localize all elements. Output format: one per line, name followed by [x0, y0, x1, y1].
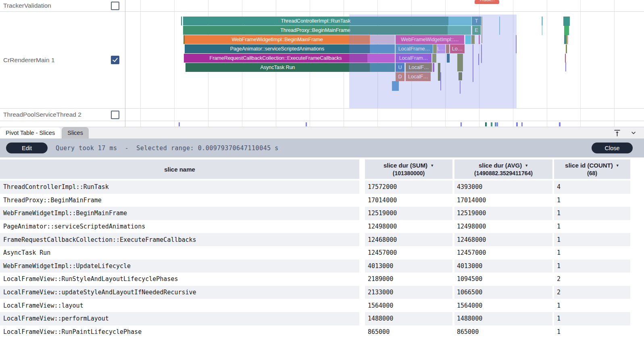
sort-caret-icon[interactable]: ▼ [616, 164, 619, 168]
flame-slice-label: Track... [479, 0, 495, 2]
track-row: ThreadPoolServiceThread 2 [0, 109, 125, 121]
header-aggregate-value: (1490882.3529411764) [474, 170, 533, 176]
area-selection-overlay [349, 15, 517, 108]
mini-slice-tick[interactable] [306, 122, 307, 126]
flame-slice[interactable]: FrameRequestCallbackCollection::ExecuteF… [184, 54, 367, 63]
cell-slice-name: LocalFrameView::RunPaintLifecyclePhase [0, 325, 359, 339]
track-checkbox[interactable] [111, 2, 119, 10]
header-slice-id-count[interactable]: slice id (COUNT) ▼ (68) [554, 159, 630, 179]
mini-slice-tick[interactable] [491, 122, 492, 126]
header-label: slice name [164, 166, 195, 173]
vertical-align-top-icon[interactable] [613, 129, 621, 137]
flame-slice[interactable] [564, 26, 569, 35]
track-checkbox[interactable] [111, 111, 119, 119]
cell-id-count: 1 [554, 194, 630, 207]
flame-slice-label: ThreadControllerImpl::RunTask [281, 18, 351, 24]
flame-slice[interactable] [563, 17, 570, 26]
flame-slice[interactable] [565, 63, 566, 71]
cell-dur-sum: 17014000 [365, 194, 452, 207]
cell-slice-name: WebFrameWidgetImpl::UpdateLifecycle [0, 260, 359, 273]
sort-caret-icon[interactable]: ▼ [525, 164, 528, 168]
perfetto-trace-viewer: Track... ThreadControllerImpl::RunTask T [0, 0, 644, 346]
timeline-panel[interactable]: Track... ThreadControllerImpl::RunTask T [0, 0, 644, 127]
close-button[interactable]: Close [592, 143, 633, 153]
table-row[interactable]: LocalFrameView::updateStyleAndLayoutIfNe… [0, 286, 644, 299]
flame-slice[interactable] [542, 25, 543, 35]
cell-dur-sum: 12468000 [365, 233, 452, 246]
cell-dur-sum: 12498000 [365, 220, 452, 233]
cell-id-count: 1 [554, 260, 630, 273]
flame-slice[interactable]: AsyncTask Run [185, 63, 370, 72]
edit-button[interactable]: Edit [6, 143, 48, 153]
header-slice-dur-sum[interactable]: slice dur (SUM) ▼ (101380000) [365, 159, 452, 179]
table-row[interactable]: LocalFrameView::RunPaintLifecyclePhase 8… [0, 325, 644, 339]
table-row[interactable]: AsyncTask Run 12457000 12457000 1 [0, 246, 644, 260]
header-aggregate-value: (68) [587, 170, 597, 176]
cell-dur-avg: 12457000 [454, 246, 552, 260]
table-row[interactable]: LocalFrameView::performLayout 1488000 14… [0, 312, 644, 325]
flame-slice[interactable] [181, 17, 182, 25]
flame-slice-label: ThreadProxy::BeginMainFrame [280, 27, 350, 33]
cell-id-count: 2 [554, 286, 630, 299]
table-row[interactable]: WebFrameWidgetImpl::UpdateLifecycle 4013… [0, 260, 644, 273]
mini-slice-tick[interactable] [485, 122, 487, 126]
table-row[interactable]: ThreadControllerImpl::RunTask 17572000 4… [0, 180, 644, 194]
cell-id-count: 1 [554, 220, 630, 233]
cell-dur-avg: 17014000 [454, 194, 552, 207]
flame-slice-label: WebFrameWidgetImpl::BeginMainFrame [231, 37, 323, 42]
table-row[interactable]: WebFrameWidgetImpl::BeginMainFrame 12519… [0, 207, 644, 220]
mini-slice-tick[interactable] [521, 122, 523, 126]
pivot-table-header: slice name slice dur (SUM) ▼ (101380000)… [0, 159, 644, 179]
table-row[interactable]: FrameRequestCallbackCollection::ExecuteF… [0, 233, 644, 246]
table-row[interactable]: ThreadProxy::BeginMainFrame 17014000 170… [0, 194, 644, 207]
cell-dur-avg: 4393000 [454, 180, 552, 194]
table-row[interactable]: PageAnimator::serviceScriptedAnimations … [0, 220, 644, 233]
table-row[interactable]: LocalFrameView::layout 1564000 1564000 1 [0, 299, 644, 312]
cell-slice-name: PageAnimator::serviceScriptedAnimations [0, 220, 359, 233]
track-name: ThreadPoolServiceThread 2 [3, 111, 81, 118]
cell-dur-sum: 17572000 [365, 180, 452, 194]
cell-slice-name: LocalFrameView::layout [0, 299, 359, 312]
mini-slice-tick[interactable] [461, 122, 462, 126]
cell-dur-avg: 12468000 [454, 233, 552, 246]
mini-slice-tick[interactable] [497, 122, 498, 126]
sort-caret-icon[interactable]: ▼ [430, 164, 434, 168]
table-row[interactable]: LocalFrameView::RunStyleAndLayoutLifecyc… [0, 273, 644, 286]
cell-slice-name: LocalFrameView::updateStyleAndLayoutIfNe… [0, 286, 359, 299]
flame-slice-label: FrameRequestCallbackCollection::ExecuteF… [210, 55, 342, 61]
mini-slice-tick[interactable] [559, 122, 561, 126]
chevron-down-icon[interactable] [629, 129, 638, 137]
cell-id-count: 1 [554, 207, 630, 220]
header-label: slice dur (AVG) [479, 162, 522, 169]
flame-slice[interactable] [567, 35, 568, 44]
cell-slice-name: ThreadProxy::BeginMainFrame [0, 194, 359, 207]
flame-slice[interactable] [566, 44, 567, 53]
flame-slice[interactable] [565, 54, 566, 63]
flame-slice[interactable] [542, 17, 543, 25]
cell-dur-avg: 12498000 [454, 220, 552, 233]
flame-slice[interactable]: Track... [475, 0, 499, 4]
cell-slice-name: ThreadControllerImpl::RunTask [0, 180, 359, 194]
cell-id-count: 1 [554, 325, 630, 339]
cell-dur-sum: 1564000 [365, 299, 452, 312]
flame-slice[interactable]: PageAnimator::serviceScriptedAnimations [185, 44, 370, 53]
header-slice-dur-avg[interactable]: slice dur (AVG) ▼ (1490882.3529411764) [454, 159, 552, 179]
query-status-bar: Edit Query took 17 ms - Selected range: … [0, 138, 644, 157]
header-label: slice dur (SUM) [383, 162, 427, 169]
cell-dur-sum: 1488000 [365, 312, 452, 325]
cell-slice-name: WebFrameWidgetImpl::BeginMainFrame [0, 207, 359, 220]
details-tab-bar: Pivot Table - Slices Slices [0, 127, 644, 138]
tab-slices[interactable]: Slices [62, 127, 89, 138]
tab-pivot-table-slices[interactable]: Pivot Table - Slices [0, 127, 60, 138]
pivot-table-body: ThreadControllerImpl::RunTask 17572000 4… [0, 180, 644, 338]
cell-dur-avg: 1094500 [454, 273, 552, 286]
track-checkbox[interactable] [111, 56, 119, 64]
track-row: TrackerValidation [0, 0, 125, 11]
flame-slice[interactable]: WebFrameWidgetImpl::BeginMainFrame [185, 35, 370, 44]
mini-slice-tick[interactable] [495, 122, 496, 126]
mini-slice-tick[interactable] [179, 122, 180, 126]
cell-dur-avg: 1564000 [454, 299, 552, 312]
mini-slice-tick[interactable] [516, 122, 518, 126]
cell-dur-avg: 1488000 [454, 312, 552, 325]
cell-slice-name: LocalFrameView::performLayout [0, 312, 359, 325]
